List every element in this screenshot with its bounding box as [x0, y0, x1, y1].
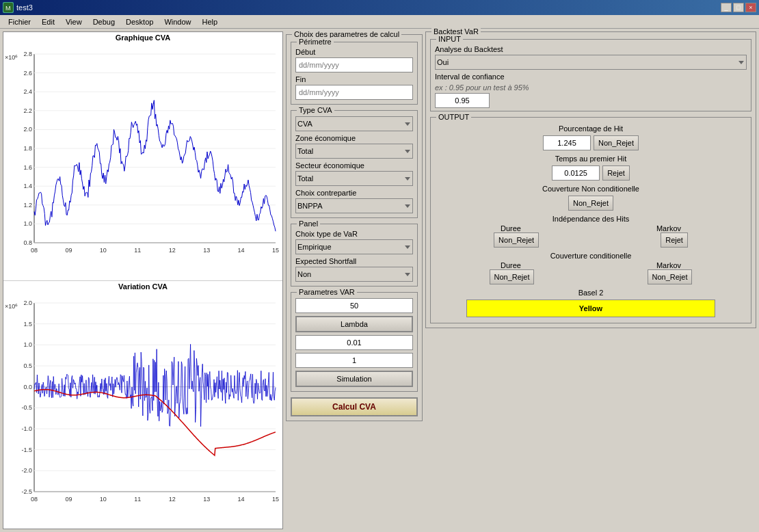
- secteur-label: Secteur économique: [295, 161, 413, 170]
- es-select[interactable]: NonOui: [295, 267, 413, 282]
- menu-window[interactable]: Window: [159, 16, 196, 27]
- menu-fichier[interactable]: Fichier: [3, 16, 36, 27]
- independence-markov-header: Markov: [656, 224, 681, 232]
- basel-status-btn[interactable]: Yellow: [466, 300, 716, 317]
- lambda-input[interactable]: [295, 335, 413, 350]
- debut-input[interactable]: [295, 57, 413, 72]
- panel-group: Panel Choix type de VaR EmpiriqueNormalS…: [291, 224, 418, 287]
- couverture-cond-duree-btn[interactable]: Non_Rejet: [490, 269, 535, 284]
- independence-duree-header: Duree: [501, 224, 521, 232]
- independence-duree-btn[interactable]: Non_Rejet: [494, 232, 539, 248]
- interval-input[interactable]: [435, 93, 490, 108]
- temps-label: Temps au premier Hit: [435, 155, 747, 163]
- titlebar: M test3 _ □ ×: [0, 0, 759, 15]
- analyse-select[interactable]: OuiNon: [435, 55, 747, 70]
- secteur-select[interactable]: TotalBanqueIndustrie: [295, 171, 413, 186]
- couverture-non-status-btn[interactable]: Non_Rejet: [568, 196, 613, 211]
- params-panel: Choix des parametres de calcul Périmetre…: [286, 31, 423, 529]
- menu-help[interactable]: Help: [197, 16, 224, 27]
- calcul-cva-btn[interactable]: Calcul CVA: [291, 397, 418, 416]
- es-label: Expected Shortfall: [295, 257, 413, 265]
- backtest-panel: Backtest VaR INPUT Analyse du Backtest O…: [425, 31, 756, 529]
- var-param1[interactable]: [295, 298, 413, 313]
- fin-label: Fin: [295, 75, 413, 83]
- input-title: INPUT: [436, 35, 463, 43]
- params-var-title: Parametres VAR: [297, 288, 357, 296]
- app-title: test3: [16, 3, 33, 12]
- zone-label: Zone économique: [295, 134, 413, 142]
- debut-label: Début: [295, 48, 413, 56]
- couverture-cond-markov-btn[interactable]: Non_Rejet: [648, 269, 693, 284]
- var-param3[interactable]: [295, 353, 413, 368]
- menu-edit[interactable]: Edit: [36, 16, 60, 27]
- basel-label: Basel 2: [435, 289, 747, 297]
- close-btn[interactable]: ×: [745, 3, 756, 12]
- params-group: Choix des parametres de calcul Périmetre…: [286, 34, 423, 421]
- fin-input[interactable]: [295, 85, 413, 100]
- independence-label: Indépendance des Hits: [435, 215, 747, 223]
- pourcentage-value[interactable]: [543, 135, 591, 150]
- temps-value[interactable]: [552, 165, 600, 181]
- type-cva-select[interactable]: CVADVABilateral: [295, 116, 413, 131]
- output-group: OUTPUT Pourcentage de Hit Non_Rejet Temp…: [430, 117, 751, 323]
- output-title: OUTPUT: [436, 113, 471, 121]
- type-cva-group: Type CVA CVADVABilateral Zone économique…: [291, 110, 418, 218]
- contrepartie-label: Choix contrepartie: [295, 189, 413, 197]
- menu-debug[interactable]: Debug: [88, 16, 120, 27]
- couverture-non-label: Couverture Non conditionelle: [435, 185, 747, 193]
- analyse-label: Analyse du Backtest: [435, 45, 747, 53]
- minimize-btn[interactable]: _: [721, 3, 732, 12]
- simulation-btn[interactable]: Simulation: [295, 371, 413, 387]
- pourcentage-label: Pourcentage de Hit: [435, 124, 747, 133]
- chart-panel: Graphique CVA Variation CVA: [3, 31, 283, 529]
- menu-view[interactable]: View: [60, 16, 88, 27]
- zone-select[interactable]: TotalEuropeAsieUSA: [295, 144, 413, 159]
- interval-label: Interval de confiance: [435, 72, 747, 81]
- pourcentage-status-btn[interactable]: Non_Rejet: [594, 135, 639, 150]
- panel-title: Panel: [297, 220, 320, 228]
- lambda-btn[interactable]: Lambda: [295, 316, 413, 332]
- temps-status-btn[interactable]: Rejet: [602, 165, 630, 181]
- couverture-cond-label: Couverture conditionelle: [435, 252, 747, 260]
- perimetre-group: Périmetre Début Fin: [291, 42, 418, 105]
- window-controls: _ □ ×: [721, 3, 756, 12]
- type-cva-title: Type CVA: [297, 106, 334, 114]
- couverture-cond-markov-header: Markov: [656, 261, 681, 269]
- var-type-select[interactable]: EmpiriqueNormalStudent: [295, 239, 413, 254]
- menu-desktop[interactable]: Desktop: [120, 16, 159, 27]
- perimetre-title: Périmetre: [297, 38, 334, 46]
- backtest-group: Backtest VaR INPUT Analyse du Backtest O…: [425, 31, 756, 328]
- couverture-cond-duree-header: Duree: [501, 261, 521, 269]
- independence-markov-btn[interactable]: Rejet: [661, 232, 688, 248]
- maximize-btn[interactable]: □: [733, 3, 744, 12]
- svg-text:M: M: [5, 5, 11, 12]
- menubar: Fichier Edit View Debug Desktop Window H…: [0, 15, 759, 29]
- app-icon: M: [3, 2, 14, 13]
- var-type-label: Choix type de VaR: [295, 230, 413, 238]
- contrepartie-select[interactable]: BNPPASGCABNP: [295, 198, 413, 213]
- input-group: INPUT Analyse du Backtest OuiNon Interva…: [430, 39, 751, 111]
- params-var-group: Parametres VAR Lambda Simulation: [291, 292, 418, 392]
- interval-hint: ex : 0.95 pour un test à 95%: [435, 83, 747, 92]
